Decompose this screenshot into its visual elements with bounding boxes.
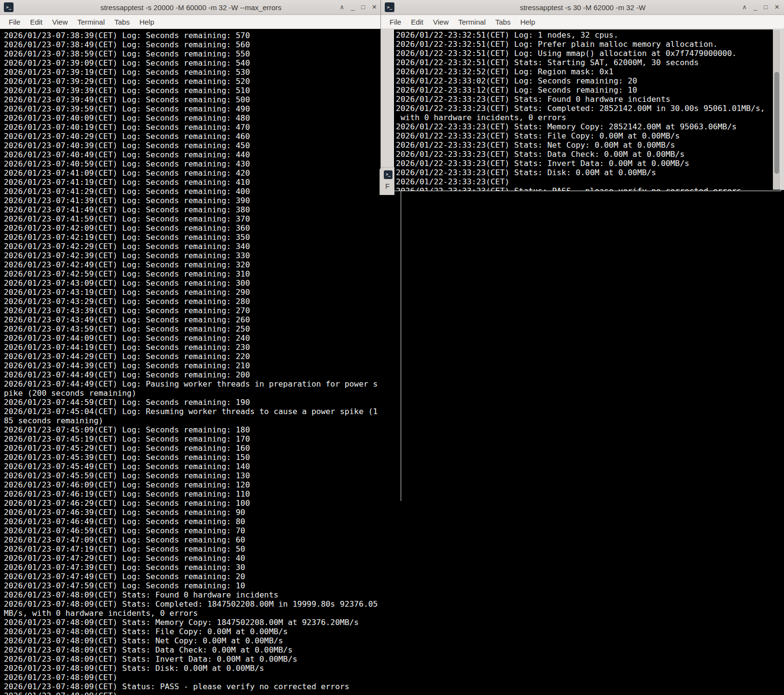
terminal-line: 2026/01/23-07:45:09(CET) Log: Seconds re… — [4, 425, 382, 434]
terminal-line: 2026/01/23-07:48:09(CET) Stats: Net Copy… — [4, 636, 382, 645]
shade-icon[interactable]: ∧ — [339, 0, 344, 14]
terminal-line: 2026/01/23-07:47:09(CET) Log: Seconds re… — [4, 535, 382, 544]
terminal-line: 2026/01/23-07:44:39(CET) Log: Seconds re… — [4, 361, 382, 370]
close-icon[interactable]: ✕ — [774, 0, 780, 14]
terminal-line: 2026/01/23-07:46:19(CET) Log: Seconds re… — [4, 489, 382, 499]
left-terminal-output[interactable]: 2026/01/23-07:38:39(CET) Log: Seconds re… — [0, 29, 382, 695]
terminal-line: 2026/01/22-23:33:23(CET) Stats: File Cop… — [396, 131, 781, 140]
file-menu-partial[interactable]: F — [385, 182, 394, 190]
menu-item-edit[interactable]: Edit — [406, 18, 428, 26]
menu-item-help[interactable]: Help — [516, 18, 540, 26]
menu-item-terminal[interactable]: Terminal — [72, 18, 110, 26]
terminal-line: 2026/01/23-07:42:39(CET) Log: Seconds re… — [4, 251, 382, 260]
close-icon[interactable]: ✕ — [372, 0, 377, 14]
terminal-line: 2026/01/23-07:41:49(CET) Log: Seconds re… — [4, 205, 382, 214]
terminal-line: 2026/01/23-07:39:29(CET) Log: Seconds re… — [4, 77, 382, 86]
terminal-line: 2026/01/23-07:47:29(CET) Log: Seconds re… — [4, 554, 382, 563]
terminal-line: 2026/01/23-07:43:19(CET) Log: Seconds re… — [4, 288, 382, 297]
right-terminal-window: >_ stressapptest -s 30 -M 62000 -m 32 -W… — [380, 0, 784, 190]
terminal-line: 2026/01/23-07:44:49(CET) Log: Pausing wo… — [4, 379, 382, 389]
left-terminal-window: >_ stressapptest -s 20000 -M 60000 -m 32… — [0, 0, 382, 695]
hidden-window-corner[interactable]: >_ F — [379, 167, 394, 195]
terminal-line: 2026/01/23-07:47:39(CET) Log: Seconds re… — [4, 563, 382, 572]
terminal-line: 2026/01/23-07:41:09(CET) Log: Seconds re… — [4, 168, 382, 178]
terminal-line: 2026/01/22-23:32:52(CET) Log: Region mas… — [396, 67, 781, 76]
terminal-line: 2026/01/23-07:48:09(CET) Stats: Disk: 0.… — [4, 664, 382, 673]
menu-item-view[interactable]: View — [47, 18, 72, 26]
terminal-line: 2026/01/23-07:45:59(CET) Log: Seconds re… — [4, 471, 382, 480]
terminal-line: 2026/01/22-23:33:23(CET) Stats: Memory C… — [396, 122, 781, 131]
terminal-line: 2026/01/23-07:44:49(CET) Log: Seconds re… — [4, 370, 382, 379]
terminal-line: 2026/01/23-07:38:49(CET) Log: Seconds re… — [4, 40, 382, 49]
menu-item-tabs[interactable]: Tabs — [490, 18, 516, 26]
menu-item-file[interactable]: File — [385, 18, 406, 26]
left-titlebar[interactable]: >_ stressapptest -s 20000 -M 60000 -m 32… — [0, 0, 382, 15]
terminal-line: 2026/01/22-23:32:51(CET) Stats: Starting… — [396, 58, 781, 67]
terminal-line: 2026/01/23-07:40:29(CET) Log: Seconds re… — [4, 132, 382, 141]
menu-item-terminal[interactable]: Terminal — [453, 18, 490, 26]
terminal-line: 2026/01/23-07:41:29(CET) Log: Seconds re… — [4, 187, 382, 196]
menu-item-help[interactable]: Help — [135, 18, 159, 26]
terminal-line: 2026/01/23-07:46:39(CET) Log: Seconds re… — [4, 508, 382, 517]
terminal-line: 2026/01/23-07:46:09(CET) Log: Seconds re… — [4, 480, 382, 489]
scrollbar-thumb[interactable] — [774, 72, 779, 174]
terminal-line: 2026/01/23-07:46:59(CET) Log: Seconds re… — [4, 526, 382, 535]
terminal-line: 2026/01/23-07:48:09(CET) Stats: Invert D… — [4, 654, 382, 664]
terminal-line: 2026/01/22-23:33:23(CET) Stats: Net Copy… — [396, 140, 781, 150]
terminal-line: 2026/01/23-07:48:09(CET) Stats: File Cop… — [4, 627, 382, 636]
shade-icon[interactable]: ∧ — [742, 0, 747, 14]
terminal-line: 2026/01/23-07:42:09(CET) Log: Seconds re… — [4, 223, 382, 233]
terminal-line: 2026/01/23-07:45:49(CET) Log: Seconds re… — [4, 462, 382, 471]
terminal-line: 2026/01/22-23:33:23(CET) — [396, 177, 781, 186]
right-window-title: stressapptest -s 30 -M 62000 -m 32 -W — [381, 3, 784, 12]
terminal-line: 2026/01/23-07:39:19(CET) Log: Seconds re… — [4, 68, 382, 77]
terminal-line: 2026/01/23-07:43:29(CET) Log: Seconds re… — [4, 297, 382, 306]
menu-item-view[interactable]: View — [428, 18, 453, 26]
terminal-line: 2026/01/22-23:32:51(CET) Log: Prefer pla… — [396, 40, 781, 49]
right-titlebar[interactable]: >_ stressapptest -s 30 -M 62000 -m 32 -W… — [381, 0, 784, 15]
terminal-line: 2026/01/23-07:48:09(CET) Stats: Complete… — [4, 599, 382, 609]
menu-item-tabs[interactable]: Tabs — [110, 18, 135, 26]
minimize-icon[interactable]: _ — [351, 0, 354, 14]
menu-item-file[interactable]: File — [4, 18, 25, 26]
terminal-line: 2026/01/23-07:43:39(CET) Log: Seconds re… — [4, 306, 382, 315]
terminal-line: 2026/01/22-23:33:23(CET) Stats: Invert D… — [396, 159, 781, 168]
terminal-line: 2026/01/22-23:33:23(CET) Stats: Complete… — [396, 104, 781, 113]
terminal-line: 2026/01/23-07:44:19(CET) Log: Seconds re… — [4, 343, 382, 352]
terminal-line: 2026/01/23-07:42:59(CET) Log: Seconds re… — [4, 269, 382, 278]
maximize-icon[interactable]: □ — [764, 0, 768, 14]
terminal-line: 2026/01/23-07:45:19(CET) Log: Seconds re… — [4, 434, 382, 444]
left-titlebar-buttons: ∧ _ □ ✕ — [339, 0, 377, 14]
left-menubar: FileEditViewTerminalTabsHelp — [0, 15, 382, 29]
scrollbar-track[interactable] — [773, 29, 781, 190]
terminal-app-icon: >_ — [384, 170, 392, 179]
terminal-line: 2026/01/23-07:40:09(CET) Log: Seconds re… — [4, 113, 382, 123]
terminal-line: 2026/01/23-07:41:39(CET) Log: Seconds re… — [4, 196, 382, 205]
right-menubar: FileEditViewTerminalTabsHelp — [381, 15, 784, 29]
terminal-line: 2026/01/22-23:33:12(CET) Log: Seconds re… — [396, 85, 781, 95]
terminal-line: 2026/01/23-07:47:59(CET) Log: Seconds re… — [4, 581, 382, 590]
terminal-line: 2026/01/22-23:32:51(CET) Log: 1 nodes, 3… — [396, 30, 781, 40]
terminal-line: 2026/01/23-07:42:19(CET) Log: Seconds re… — [4, 233, 382, 242]
terminal-line: 2026/01/23-07:48:09(CET) — [4, 691, 382, 695]
terminal-line: 2026/01/23-07:46:29(CET) Log: Seconds re… — [4, 499, 382, 508]
right-terminal-output[interactable]: 2026/01/22-23:32:51(CET) Log: 1 nodes, 3… — [393, 29, 781, 191]
right-titlebar-buttons: ∧ _ □ ✕ — [742, 0, 780, 14]
terminal-line: 2026/01/23-07:48:09(CET) — [4, 673, 382, 682]
terminal-line: 2026/01/22-23:33:23(CET) Stats: Disk: 0.… — [396, 168, 781, 177]
terminal-line: 2026/01/23-07:47:49(CET) Log: Seconds re… — [4, 572, 382, 581]
terminal-line: pike (200 seconds remaining) — [4, 389, 382, 398]
right-terminal-content-area: 2026/01/22-23:32:51(CET) Log: 1 nodes, 3… — [393, 29, 781, 190]
terminal-line: 2026/01/23-07:48:09(CET) Stats: Data Che… — [4, 645, 382, 654]
terminal-line: MB/s, with 0 hardware incidents, 0 error… — [4, 609, 382, 618]
terminal-line: 2026/01/23-07:42:49(CET) Log: Seconds re… — [4, 260, 382, 269]
maximize-icon[interactable]: □ — [361, 0, 365, 14]
terminal-line: 2026/01/23-07:48:09(CET) Status: PASS - … — [4, 682, 382, 691]
menu-item-edit[interactable]: Edit — [25, 18, 47, 26]
terminal-line: 2026/01/23-07:40:19(CET) Log: Seconds re… — [4, 123, 382, 132]
terminal-line: 2026/01/22-23:33:23(CET) Status: PASS - … — [396, 186, 781, 191]
terminal-line: with 0 hardware incidents, 0 errors — [396, 113, 781, 122]
terminal-line: 2026/01/23-07:39:39(CET) Log: Seconds re… — [4, 86, 382, 95]
minimize-icon[interactable]: _ — [754, 0, 757, 14]
desktop: { "colors": { "terminal_bg": "#000000", … — [0, 0, 784, 695]
